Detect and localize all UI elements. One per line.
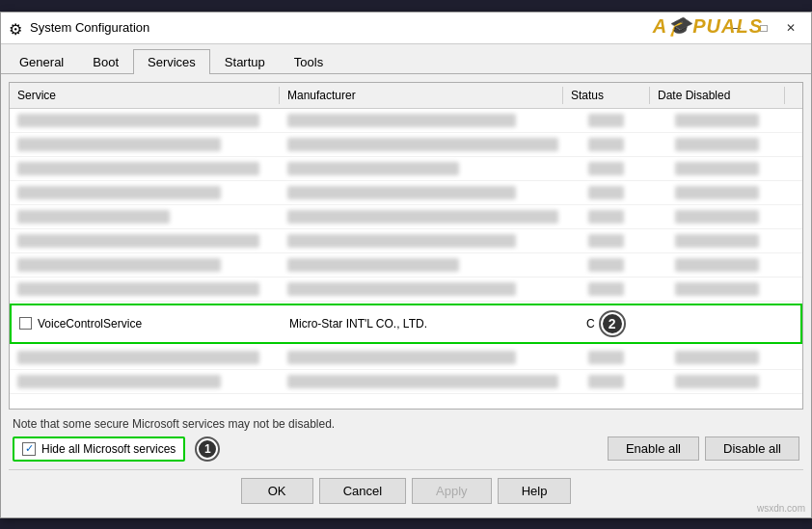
table-body[interactable]: VoiceControlService Micro-Star INT'L CO.… [10,109,802,409]
close-button[interactable]: ✕ [778,18,803,38]
col-scroll-header [785,87,802,104]
table-row [10,370,802,394]
service-name: VoiceControlService [38,317,142,331]
voice-control-service-row[interactable]: VoiceControlService Micro-Star INT'L CO.… [10,304,802,344]
enable-disable-buttons: Enable all Disable all [608,436,799,461]
hide-microsoft-services-container: ✓ Hide all Microsoft services [13,436,185,462]
ok-button[interactable]: OK [241,478,313,504]
manufacturer-cell: Micro-Star INT'L CO., LTD. [282,315,579,332]
bottom-row: ✓ Hide all Microsoft services 1 Enable a… [13,436,799,462]
window-icon: ⚙ [9,20,24,36]
cancel-button[interactable]: Cancel [319,478,406,504]
table-row [10,133,802,157]
table-row [10,181,802,205]
disable-all-button[interactable]: Disable all [705,436,799,461]
table-row [10,109,802,133]
status-cell: C 2 [579,310,665,337]
step-2-badge: 2 [601,312,624,335]
bottom-section: Note that some secure Microsoft services… [9,410,803,465]
blurred-rows-top [10,109,802,302]
tab-boot[interactable]: Boot [78,49,133,74]
tab-services[interactable]: Services [133,49,210,74]
col-date-disabled: Date Disabled [650,87,785,104]
col-status: Status [563,87,650,104]
tab-tools[interactable]: Tools [280,49,338,74]
service-cell: VoiceControlService [12,315,282,332]
status-value: C [586,317,595,331]
service-checkbox[interactable] [19,317,32,330]
watermark: wsxdn.com [757,503,805,514]
help-button[interactable]: Help [498,478,572,504]
date-disabled-cell [665,322,800,326]
table-row [10,346,802,370]
table-row [10,278,802,302]
hide-ms-label: Hide all Microsoft services [41,442,176,456]
hide-ms-checkbox[interactable]: ✓ [22,442,36,456]
blurred-rows-bottom [10,346,802,394]
table-row [10,229,802,253]
apply-button[interactable]: Apply [412,478,492,504]
tab-startup[interactable]: Startup [210,49,280,74]
appuals-logo: A🎓PUALS [653,14,763,38]
table-row [10,157,802,181]
services-table: Service Manufacturer Status Date Disable… [9,82,803,410]
table-header: Service Manufacturer Status Date Disable… [10,83,802,109]
dialog-buttons: OK Cancel Apply Help [9,469,803,510]
table-row [10,253,802,278]
system-config-window: ⚙ System Configuration ─ □ ✕ A🎓PUALS Gen… [0,12,812,518]
tab-general[interactable]: General [5,49,78,74]
table-row [10,205,802,229]
step-1-badge: 1 [197,438,218,460]
title-bar-left: ⚙ System Configuration [9,20,149,36]
title-bar: ⚙ System Configuration ─ □ ✕ A🎓PUALS [1,13,811,44]
manufacturer-name: Micro-Star INT'L CO., LTD. [289,317,427,331]
window-title: System Configuration [30,20,149,35]
main-content: Service Manufacturer Status Date Disable… [1,74,811,517]
enable-all-button[interactable]: Enable all [608,436,699,461]
note-text: Note that some secure Microsoft services… [13,417,799,431]
col-service: Service [10,87,280,104]
col-manufacturer: Manufacturer [280,87,563,104]
tab-bar: General Boot Services Startup Tools [1,44,811,74]
